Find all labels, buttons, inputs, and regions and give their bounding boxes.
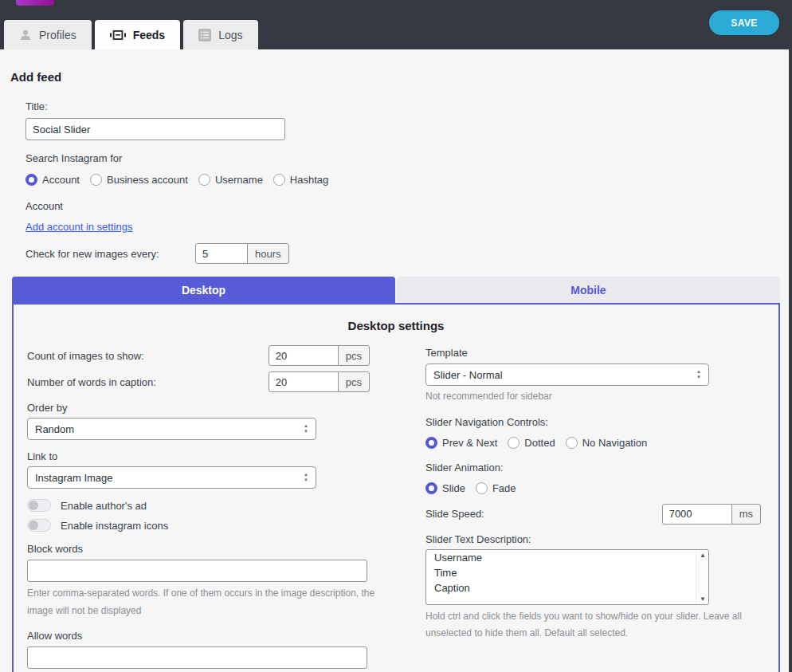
account-label: Account <box>25 200 792 212</box>
desktop-settings-panel: Desktop settings Count of images to show… <box>12 303 780 672</box>
order-by-value: Random <box>35 423 74 435</box>
plugin-logo <box>16 0 54 6</box>
radio-prev-next-label: Prev & Next <box>442 437 497 449</box>
slider-icon <box>110 29 126 41</box>
slider-text-desc-label: Slider Text Description: <box>425 533 777 545</box>
scroll-up-icon[interactable] <box>696 552 709 559</box>
order-by-label: Order by <box>27 402 382 414</box>
listbox-scrollbar[interactable] <box>696 550 708 604</box>
check-interval-group: hours <box>195 243 289 264</box>
radio-fade[interactable]: Fade <box>476 482 516 494</box>
radio-account[interactable]: Account <box>25 174 80 186</box>
window-edge-strip <box>789 0 792 672</box>
radio-dotted-label: Dotted <box>524 437 555 449</box>
count-images-input[interactable] <box>269 345 339 366</box>
radio-dot <box>90 174 102 186</box>
check-interval-unit: hours <box>247 243 289 264</box>
radio-dot <box>273 174 285 186</box>
list-icon <box>198 29 211 41</box>
template-select[interactable]: Slider - Normal <box>425 364 709 386</box>
template-value: Slider - Normal <box>433 369 503 381</box>
tab-feeds[interactable]: Feeds <box>95 20 180 49</box>
slide-speed-input[interactable] <box>662 504 732 525</box>
link-to-value: Instagram Image <box>35 472 113 484</box>
link-to-label: Link to <box>27 450 382 462</box>
select-arrows-icon <box>304 472 308 482</box>
radio-hashtag[interactable]: Hashtag <box>273 174 328 186</box>
enable-instagram-icons-toggle[interactable] <box>27 519 51 532</box>
add-feed-form: Title: Search Instagram for Account Busi… <box>25 100 792 264</box>
count-images-label: Count of images to show: <box>27 350 144 362</box>
check-interval-input[interactable] <box>195 243 248 264</box>
enable-authors-ad-row: Enable author's ad <box>27 499 382 512</box>
scroll-down-icon[interactable] <box>696 595 709 603</box>
caption-words-label: Number of words in caption: <box>27 376 156 388</box>
slider-text-desc-help: Hold ctrl and click the fields you want … <box>425 608 777 643</box>
slider-nav-radios: Prev & Next Dotted No Navigation <box>425 437 777 449</box>
block-words-help: Enter comma-separated words. If one of t… <box>27 585 382 619</box>
save-button[interactable]: SAVE <box>709 10 779 35</box>
tab-mobile[interactable]: Mobile <box>397 277 780 303</box>
toggle-knob <box>29 501 38 510</box>
radio-slide-label: Slide <box>442 482 465 494</box>
radio-business-account[interactable]: Business account <box>90 174 188 186</box>
radio-prev-next[interactable]: Prev & Next <box>425 437 497 449</box>
enable-authors-ad-toggle[interactable] <box>27 499 51 512</box>
listbox-option-time[interactable]: Time <box>426 565 708 580</box>
title-input[interactable] <box>25 118 285 140</box>
tab-desktop[interactable]: Desktop <box>12 277 395 303</box>
slide-speed-group: ms <box>662 504 761 525</box>
enable-authors-ad-label: Enable author's ad <box>61 500 147 512</box>
device-tabs: Desktop Mobile <box>12 277 780 303</box>
slider-text-desc-listbox[interactable]: Username Time Caption <box>425 549 709 605</box>
radio-account-label: Account <box>42 174 80 186</box>
enable-instagram-icons-row: Enable instagram icons <box>27 519 382 532</box>
radio-dot <box>25 174 37 186</box>
tab-logs-label: Logs <box>218 29 242 41</box>
caption-words-row: Number of words in caption: pcs <box>27 371 370 392</box>
select-arrows-icon <box>696 369 701 379</box>
radio-dot <box>566 437 578 449</box>
template-help: Not recommended for sidebar <box>425 388 777 406</box>
title-label: Title: <box>25 100 792 112</box>
order-by-select[interactable]: Random <box>27 418 316 440</box>
listbox-option-caption[interactable]: Caption <box>426 580 708 595</box>
caption-words-input[interactable] <box>269 371 339 392</box>
device-settings: Desktop Mobile Desktop settings Count of… <box>12 277 780 672</box>
radio-hashtag-label: Hashtag <box>290 174 328 186</box>
block-words-label: Block words <box>27 543 382 555</box>
radio-no-navigation-label: No Navigation <box>582 437 648 449</box>
radio-dot <box>476 482 488 494</box>
radio-dotted[interactable]: Dotted <box>508 437 555 449</box>
link-to-select[interactable]: Instagram Image <box>27 466 316 489</box>
slide-speed-row: Slide Speed: ms <box>425 504 761 525</box>
block-words-input[interactable] <box>27 560 367 582</box>
template-label: Template <box>425 347 777 359</box>
settings-right-column: Template Slider - Normal Not recommended… <box>425 345 777 672</box>
listbox-option-username[interactable]: Username <box>426 550 708 565</box>
add-feed-heading: Add feed <box>10 70 792 84</box>
tab-logs[interactable]: Logs <box>183 20 257 49</box>
person-icon <box>19 29 32 41</box>
add-account-link[interactable]: Add account in settings <box>25 221 132 233</box>
main-tabs: Profiles Feeds Logs <box>4 20 258 49</box>
tab-feeds-label: Feeds <box>133 29 165 41</box>
radio-slide[interactable]: Slide <box>425 482 465 494</box>
radio-fade-label: Fade <box>492 482 516 494</box>
count-images-group: pcs <box>269 345 370 366</box>
radio-username[interactable]: Username <box>198 174 263 186</box>
count-images-unit: pcs <box>338 345 370 366</box>
radio-dot <box>198 174 210 186</box>
search-type-radios: Account Business account Username Hashta… <box>25 174 792 186</box>
search-instagram-label: Search Instagram for <box>25 152 792 164</box>
radio-username-label: Username <box>215 174 263 186</box>
radio-dot <box>425 437 437 449</box>
radio-business-label: Business account <box>107 174 188 186</box>
radio-dot <box>508 437 520 449</box>
check-interval-row: Check for new images every: hours <box>25 243 792 264</box>
radio-no-navigation[interactable]: No Navigation <box>566 437 648 449</box>
top-header: Profiles Feeds Logs SAVE <box>0 0 792 49</box>
tab-profiles[interactable]: Profiles <box>4 20 92 49</box>
tab-profiles-label: Profiles <box>39 29 76 41</box>
allow-words-input[interactable] <box>27 646 367 669</box>
